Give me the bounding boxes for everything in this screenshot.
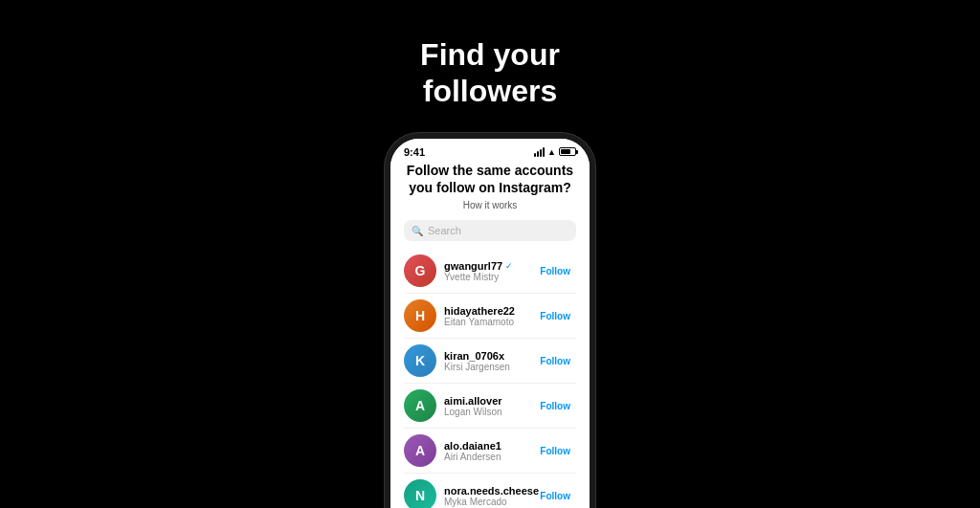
avatar: N: [404, 479, 436, 508]
search-box[interactable]: 🔍 Search: [404, 220, 576, 241]
display-name: Myka Mercado: [444, 497, 526, 507]
verified-badge: ✓: [505, 261, 513, 271]
wifi-icon: ▲: [547, 147, 556, 157]
display-name: Yvette Mistry: [444, 272, 526, 282]
display-name: Airi Andersen: [444, 452, 526, 462]
headline-line2: followers: [420, 73, 560, 109]
follow-button[interactable]: Follow: [534, 307, 576, 325]
phone-mockup: 9:41 ▲ Follow the same accounts you foll…: [385, 133, 595, 508]
display-name: Kirsi Jargensen: [444, 362, 526, 372]
headline-line1: Find your: [420, 36, 560, 73]
username: gwangurl77: [444, 260, 502, 272]
avatar: A: [404, 389, 436, 422]
username-row: gwangurl77✓: [444, 260, 526, 272]
screen-title: Follow the same accounts you follow on I…: [404, 162, 576, 196]
follow-button[interactable]: Follow: [534, 352, 576, 370]
user-info: alo.daiane1Airi Andersen: [444, 440, 526, 462]
user-row: Aalo.daiane1Airi AndersenFollow: [404, 429, 576, 474]
battery-icon: [559, 147, 576, 156]
user-info: nora.needs.cheeseMyka Mercado: [444, 485, 526, 507]
display-name: Logan Wilson: [444, 407, 526, 417]
username: hidayathere22: [444, 305, 515, 317]
phone-screen: Follow the same accounts you follow on I…: [390, 162, 590, 508]
username-row: aimi.allover: [444, 395, 526, 407]
signal-icon: [534, 147, 545, 157]
username: aimi.allover: [444, 395, 502, 407]
username-row: hidayathere22: [444, 305, 526, 317]
status-icons: ▲: [534, 147, 576, 157]
headline: Find your followers: [420, 36, 560, 110]
avatar: K: [404, 344, 436, 377]
user-row: Kkiran_0706xKirsi JargensenFollow: [404, 339, 576, 384]
follow-button[interactable]: Follow: [534, 262, 576, 280]
status-time: 9:41: [404, 146, 425, 158]
follow-button[interactable]: Follow: [534, 442, 576, 460]
username-row: alo.daiane1: [444, 440, 526, 452]
username: alo.daiane1: [444, 440, 501, 452]
display-name: Eitan Yamamoto: [444, 317, 526, 327]
search-placeholder: Search: [428, 225, 461, 236]
user-row: Ggwangurl77✓Yvette MistryFollow: [404, 249, 576, 294]
avatar: H: [404, 299, 436, 332]
user-row: Aaimi.alloverLogan WilsonFollow: [404, 384, 576, 429]
user-list: Ggwangurl77✓Yvette MistryFollowHhidayath…: [404, 249, 576, 508]
avatar: G: [404, 254, 436, 287]
user-info: gwangurl77✓Yvette Mistry: [444, 260, 526, 282]
follow-button[interactable]: Follow: [534, 487, 576, 505]
page-wrapper: Find your followers 9:41 ▲ Follow the: [0, 0, 980, 508]
user-info: aimi.alloverLogan Wilson: [444, 395, 526, 417]
user-row: Nnora.needs.cheeseMyka MercadoFollow: [404, 474, 576, 508]
search-icon: 🔍: [412, 226, 423, 236]
user-info: hidayathere22Eitan Yamamoto: [444, 305, 526, 327]
screen-subtitle[interactable]: How it works: [404, 200, 576, 210]
status-bar: 9:41 ▲: [390, 139, 590, 162]
username-row: kiran_0706x: [444, 350, 526, 362]
follow-button[interactable]: Follow: [534, 397, 576, 415]
avatar: A: [404, 434, 436, 467]
username: nora.needs.cheese: [444, 485, 539, 497]
user-info: kiran_0706xKirsi Jargensen: [444, 350, 526, 372]
username-row: nora.needs.cheese: [444, 485, 526, 497]
user-row: Hhidayathere22Eitan YamamotoFollow: [404, 294, 576, 339]
username: kiran_0706x: [444, 350, 504, 362]
